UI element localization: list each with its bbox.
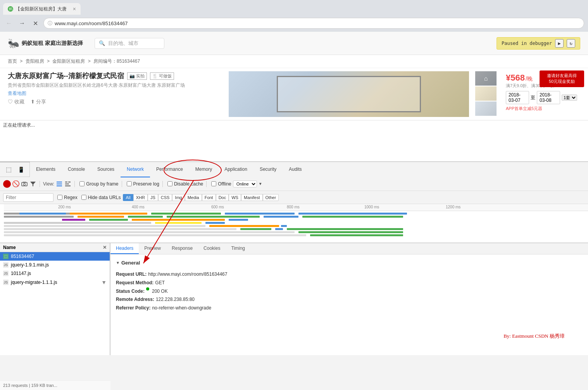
filter-img-button[interactable]: Img [172, 194, 185, 201]
file-item-2[interactable]: JS 101147.js [0, 269, 110, 278]
filter-media-button[interactable]: Media [185, 194, 202, 201]
tab-performance[interactable]: Performance [150, 162, 189, 177]
disable-cache-label[interactable]: Disable cache [167, 181, 203, 187]
breadcrumb-home[interactable]: 首页 [8, 58, 17, 64]
tab-console[interactable]: Console [62, 162, 91, 177]
group-by-frame-label[interactable]: Group by frame [79, 181, 118, 187]
debug-resume-button[interactable]: ▶ [555, 39, 564, 48]
throttle-select[interactable]: Online [233, 180, 257, 187]
debugger-text: Paused in debugger [502, 41, 552, 46]
new-tab-area [81, 3, 588, 15]
waterfall-view-button[interactable] [64, 180, 71, 187]
site-header: 🐜 蚂蚁短租 家庭出游新选择 🔍 目的地、城市 Paused in debugg… [0, 32, 588, 55]
timeline-ruler: 200 ms 400 ms 600 ms 800 ms 1000 ms 1200… [4, 204, 588, 211]
processing-text: 正在处理请求... [0, 120, 588, 130]
device-toggle-button[interactable]: 📱 [16, 164, 26, 175]
file-name-2: 101147.js [11, 271, 31, 276]
filter-css-button[interactable]: CSS [158, 194, 172, 201]
tab-elements[interactable]: Elements [30, 162, 62, 177]
preserve-log-checkbox[interactable] [127, 181, 132, 186]
filter-xhr-button[interactable]: XHR [133, 194, 148, 201]
file-item-3[interactable]: JS jquery-migrate-1.1.1.js ▼ [0, 278, 110, 287]
file-list-close[interactable]: ✕ [103, 245, 107, 250]
hide-data-urls-label[interactable]: Hide data URLs [81, 195, 121, 200]
referrer-policy-value: no-referrer-when-downgrade [152, 304, 211, 313]
record-button[interactable] [3, 180, 11, 188]
timeline-area: 200 ms 400 ms 600 ms 800 ms 1000 ms 1200… [0, 204, 588, 243]
filter-js-button[interactable]: JS [148, 194, 158, 201]
map-link[interactable]: 查看地图 [8, 90, 222, 97]
browser-tab[interactable]: 蚂 【金阳新区短租房】大唐 × [3, 3, 81, 15]
toolbar-separator4 [162, 181, 163, 187]
date-from[interactable]: 2018-03-07 [506, 91, 529, 104]
camera-button[interactable] [21, 180, 28, 187]
breadcrumb-guiyang[interactable]: 贵阳租房 [26, 58, 44, 64]
filter-ws-button[interactable]: WS [229, 194, 241, 201]
section-title: General [121, 258, 140, 267]
tab-network[interactable]: Network [121, 162, 150, 177]
tab-close-icon[interactable]: × [73, 6, 76, 12]
tab-application[interactable]: Application [218, 162, 253, 177]
suite-select[interactable]: 1套 [562, 94, 577, 101]
preserve-log-label[interactable]: Preserve log [127, 181, 159, 187]
thumbnail-2[interactable] [475, 86, 497, 101]
debug-step-button[interactable]: ↻ [567, 39, 575, 48]
file-name-3: jquery-migrate-1.1.1.js [11, 280, 57, 285]
url-bar[interactable]: ⓘ www.mayi.com/room/851634467 [43, 18, 584, 29]
file-item-0[interactable]: ⬚ 851634467 [0, 252, 110, 261]
back-button[interactable]: ← [4, 18, 14, 28]
share-btn[interactable]: ⬆ 分享 [31, 98, 47, 105]
group-by-frame-checkbox[interactable] [79, 181, 84, 186]
filter-input[interactable] [3, 193, 53, 202]
date-to[interactable]: 2018-03-08 [537, 91, 560, 104]
filter-all-button[interactable]: All [123, 194, 133, 201]
file-item-1[interactable]: JS jquery-1.9.1.min.js [0, 261, 110, 269]
thumbnail-3[interactable] [475, 101, 497, 116]
breadcrumb-jinyang[interactable]: 金阳新区短租房 [52, 58, 85, 64]
forward-button[interactable]: → [17, 18, 27, 28]
regex-checkbox[interactable] [57, 195, 62, 200]
filter-font-button[interactable]: Font [202, 194, 216, 201]
detail-tab-cookies[interactable]: Cookies [198, 243, 226, 254]
tab-memory[interactable]: Memory [189, 162, 218, 177]
filter-other-button[interactable]: Other [263, 194, 279, 201]
file-icon-1: JS [3, 262, 9, 268]
detail-tab-headers[interactable]: Headers [110, 243, 139, 254]
thumbnail-1[interactable]: ⌂ [475, 71, 497, 86]
detail-tab-timing[interactable]: Timing [226, 243, 250, 254]
regex-label[interactable]: Regex [57, 195, 78, 200]
reload-button[interactable]: ✕ [30, 18, 40, 28]
room-main-image [229, 71, 469, 117]
scroll-down-icon[interactable]: ▼ [101, 279, 107, 285]
list-view-button[interactable] [56, 180, 63, 187]
filter-type-buttons: All XHR JS CSS Img Media Font Doc WS Man… [123, 194, 279, 201]
file-list-header: Name ✕ [0, 243, 110, 252]
tab-security[interactable]: Security [253, 162, 283, 177]
promo-banner[interactable]: 邀请好友最高得 50元现金奖励 [540, 70, 584, 87]
filter-button[interactable] [29, 180, 36, 187]
search-area[interactable]: 🔍 目的地、城市 [95, 38, 164, 49]
tab-favicon: 蚂 [8, 6, 13, 12]
dropdown-arrow[interactable]: ▼ [259, 182, 262, 186]
referrer-policy-label: Referrer Policy: [116, 304, 150, 313]
clear-button[interactable]: 🚫 [12, 180, 19, 187]
filter-manifest-button[interactable]: Manifest [241, 194, 263, 201]
filter-bar: Regex Hide data URLs All XHR JS CSS Img … [0, 191, 588, 204]
room-address: 贵州省贵阳市金阳新区区金阳新区区长岭北路6号大唐·东原财富广场大唐 东原财富广场 [8, 82, 222, 89]
detail-tabs: Headers Preview Response Cookies Timing [110, 243, 588, 254]
view-label: View: [43, 181, 54, 187]
offline-checkbox[interactable] [211, 181, 216, 186]
tab-sources[interactable]: Sources [91, 162, 121, 177]
svg-rect-6 [57, 186, 62, 186]
detail-tab-preview[interactable]: Preview [139, 243, 166, 254]
disable-cache-checkbox[interactable] [167, 181, 172, 186]
svg-rect-10 [65, 186, 71, 186]
hide-data-urls-checkbox[interactable] [81, 195, 86, 200]
detail-tab-response[interactable]: Response [166, 243, 198, 254]
collect-btn[interactable]: ♡ 收藏 [8, 98, 24, 105]
network-toolbar: 🚫 View: Group by fram [0, 177, 588, 191]
filter-doc-button[interactable]: Doc [216, 194, 229, 201]
tab-audits[interactable]: Audits [283, 162, 308, 177]
offline-label[interactable]: Offline [211, 181, 231, 187]
inspector-button[interactable]: ⬚ [3, 164, 14, 175]
